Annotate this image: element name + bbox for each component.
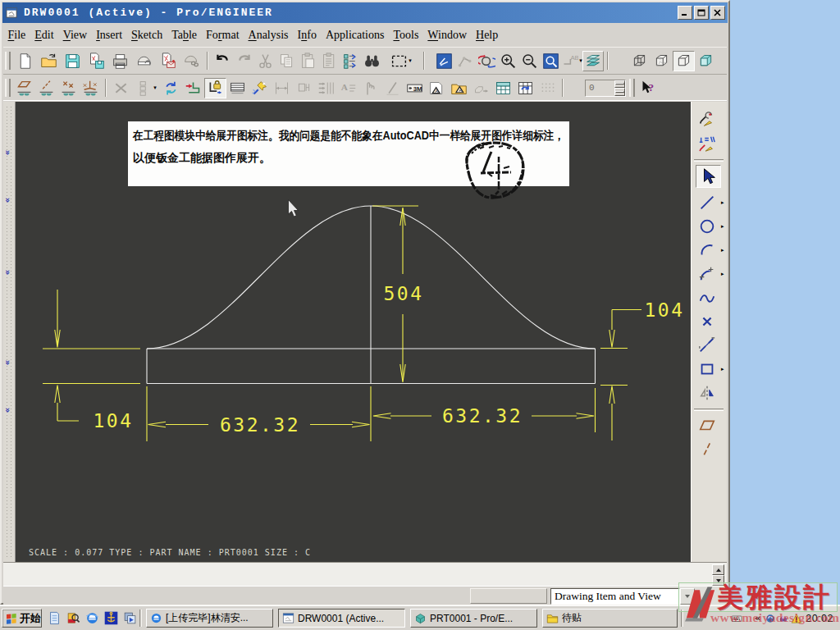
ql-viewer-button[interactable] xyxy=(66,611,80,625)
orbit-spin-button[interactable] xyxy=(476,51,497,71)
hand-note-button[interactable] xyxy=(359,78,381,98)
undo-button[interactable] xyxy=(212,51,233,71)
dim-height[interactable]: 504 xyxy=(383,283,423,304)
part-arrow-button[interactable] xyxy=(470,78,492,98)
list-items-button[interactable]: ▾ xyxy=(132,78,160,98)
flyout-arrow-icon[interactable]: ▸ xyxy=(721,247,724,253)
menu-analysis[interactable]: Analysis xyxy=(244,26,293,44)
format-paint-button[interactable] xyxy=(249,78,271,98)
filter-combobox[interactable]: Drawing Item and View xyxy=(550,588,695,605)
menu-help[interactable]: Help xyxy=(472,26,503,44)
rt-parallelogram-button[interactable] xyxy=(696,414,719,436)
rt-sketch-button[interactable] xyxy=(696,109,719,130)
task-button-4[interactable]: 待贴 xyxy=(542,609,678,628)
flyout-arrow-icon[interactable]: ▸ xyxy=(721,223,724,230)
copy-button[interactable] xyxy=(276,51,297,71)
sketch-display-button[interactable] xyxy=(433,51,454,71)
spinner-up-button[interactable] xyxy=(614,80,625,89)
redo-button[interactable] xyxy=(233,51,254,71)
table-lines-button[interactable] xyxy=(226,78,249,98)
cube-hiddenline-button[interactable] xyxy=(651,51,673,71)
cube-shaded-button[interactable] xyxy=(695,51,717,71)
menu-view[interactable]: View xyxy=(58,26,92,44)
datum-plane-toggle-button[interactable] xyxy=(13,78,35,98)
dock-chevron-icon[interactable]: » xyxy=(4,198,11,203)
task-button-2[interactable]: DRW0001 (Active... xyxy=(278,609,405,628)
ql-doc-button[interactable] xyxy=(48,611,62,625)
minimize-button[interactable] xyxy=(678,6,692,20)
datum-csys-toggle-button[interactable] xyxy=(80,78,102,98)
task-button-3[interactable]: PRT0001 - Pro/E... xyxy=(410,609,537,628)
rt-spline-button[interactable] xyxy=(696,287,719,308)
close-button[interactable] xyxy=(710,6,725,20)
save-floppy-button[interactable] xyxy=(61,51,84,71)
print-clip-button[interactable] xyxy=(132,51,156,71)
rt-chamfer-button[interactable] xyxy=(696,335,719,356)
rt-mirror-button[interactable] xyxy=(696,382,719,404)
rt-slash-button[interactable] xyxy=(696,438,719,459)
path-segments-button[interactable] xyxy=(454,51,476,71)
sheet-warning-button[interactable] xyxy=(426,78,448,98)
layers-button[interactable] xyxy=(582,51,604,71)
dim-linear-button[interactable] xyxy=(271,78,293,98)
menu-applications[interactable]: Applications xyxy=(321,26,389,44)
value-spinner[interactable]: 0 xyxy=(585,80,626,97)
three-m-button[interactable] xyxy=(404,78,426,98)
menu-insert[interactable]: Insert xyxy=(92,26,127,44)
zoom-out-button[interactable] xyxy=(518,51,540,71)
maximize-button[interactable] xyxy=(694,6,709,20)
spinner-down-button[interactable] xyxy=(614,88,625,96)
drawing-canvas[interactable]: 在工程图模块中给展开图标注。我的问题是能不能象在AutoCAD中一样给展开图作详… xyxy=(16,102,694,562)
open-folder-button[interactable] xyxy=(37,51,61,71)
folder-warning-button[interactable] xyxy=(448,78,470,98)
rt-rect-button[interactable] xyxy=(696,358,719,380)
rt-fillet-button[interactable] xyxy=(696,263,719,285)
zoom-refit-button[interactable] xyxy=(540,51,561,71)
align-arrows-button[interactable] xyxy=(315,78,337,98)
select-box-button[interactable]: ▾ xyxy=(382,51,420,71)
title-bar[interactable]: DRW0001 (Active) - Pro/ENGINEER xyxy=(2,2,728,23)
menu-info[interactable]: Info xyxy=(293,26,321,44)
start-button[interactable]: 开始 xyxy=(2,609,42,628)
task-button-1[interactable]: [上传完毕]林清安... xyxy=(146,609,273,628)
rt-select-arrow-button[interactable] xyxy=(696,165,721,188)
paste-special-button[interactable] xyxy=(318,51,340,71)
cut-button[interactable] xyxy=(254,51,276,71)
print-button[interactable] xyxy=(108,51,132,71)
find-binoculars-button[interactable] xyxy=(361,51,382,71)
cube-nohidden-button[interactable] xyxy=(673,51,695,71)
ql-ie-button[interactable] xyxy=(85,611,99,625)
redraw-ab-button[interactable]: ▾ xyxy=(561,51,582,71)
flyout-arrow-icon[interactable]: ▸ xyxy=(721,271,724,277)
regenerate-button[interactable] xyxy=(160,78,182,98)
export-pdf-button[interactable] xyxy=(156,51,180,71)
ql-media-button[interactable] xyxy=(123,611,137,625)
cube-wireframe-button[interactable] xyxy=(628,51,651,71)
table-refresh-button[interactable] xyxy=(514,78,536,98)
text-style-button[interactable] xyxy=(337,78,359,98)
dim-thickness-right[interactable]: 104 xyxy=(644,299,684,321)
update-sheet-button[interactable] xyxy=(182,78,204,98)
menu-file[interactable]: File xyxy=(3,26,30,44)
toolbar-grip[interactable] xyxy=(629,79,635,97)
table-grid-button[interactable] xyxy=(492,78,514,98)
table-dots-button[interactable] xyxy=(536,78,559,98)
rt-constraints-button[interactable] xyxy=(696,133,719,154)
dock-chevron-icon[interactable]: » xyxy=(4,150,11,155)
flyout-arrow-icon[interactable]: ▸ xyxy=(721,199,724,206)
menu-edit[interactable]: Edit xyxy=(30,26,58,44)
slash-symbol-button[interactable] xyxy=(381,78,404,98)
lock-move-button[interactable] xyxy=(204,78,226,98)
ql-anchor-button[interactable] xyxy=(104,611,118,625)
dim-refs-button[interactable] xyxy=(293,78,315,98)
paste-button[interactable] xyxy=(297,51,318,71)
menu-table[interactable]: Table xyxy=(167,26,202,44)
dim-span-right[interactable]: 632.32 xyxy=(442,405,523,427)
zoom-in-button[interactable] xyxy=(497,51,518,71)
delete-x-button[interactable] xyxy=(110,78,132,98)
toolbar-grip[interactable] xyxy=(5,79,11,97)
toolbar-grip[interactable] xyxy=(5,52,11,70)
datum-axis-toggle-button[interactable] xyxy=(35,78,57,98)
context-help-button[interactable] xyxy=(637,78,660,98)
message-area[interactable] xyxy=(3,562,727,586)
